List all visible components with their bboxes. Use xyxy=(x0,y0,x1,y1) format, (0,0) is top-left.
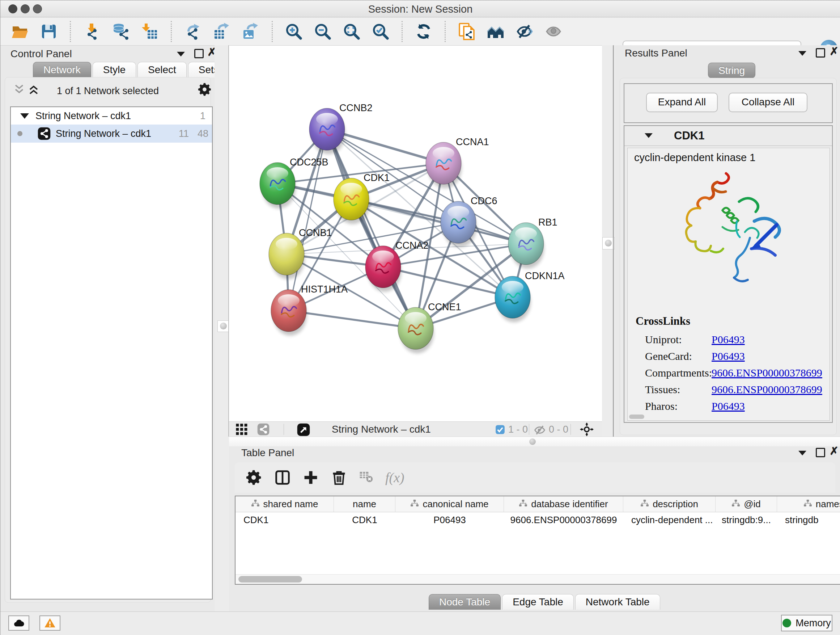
horizontal-splitter[interactable] xyxy=(229,437,840,447)
column-header-namespace[interactable]: namespace xyxy=(777,496,840,512)
collapse-all-button[interactable]: Collapse All xyxy=(729,93,807,112)
float-panel-icon[interactable] xyxy=(816,448,825,457)
save-session-icon[interactable] xyxy=(40,23,57,40)
node-CCNA1[interactable]: CCNA1 xyxy=(426,136,489,188)
protein-section-header[interactable]: CDK1 xyxy=(624,126,832,146)
network-row[interactable]: String Network – cdk1 11 48 xyxy=(11,125,212,143)
column-header--id[interactable]: @id xyxy=(715,496,777,512)
right-splitter[interactable] xyxy=(602,45,615,437)
cell-database-identifier: 9606.ENSP00000378699 xyxy=(504,512,623,527)
network-options-gear-icon[interactable] xyxy=(198,82,212,96)
warnings-button[interactable] xyxy=(39,616,60,631)
toolbar-separator xyxy=(272,21,273,42)
node-CDKN1A[interactable]: CDKN1A xyxy=(495,271,565,322)
table-hscrollbar[interactable] xyxy=(235,574,840,584)
home-icon[interactable] xyxy=(487,23,504,40)
tab-string[interactable]: String xyxy=(708,63,755,78)
column-header-database-identifier[interactable]: database identifier xyxy=(504,496,623,512)
zoom-in-icon[interactable] xyxy=(285,23,302,40)
export-image-icon[interactable] xyxy=(242,23,259,40)
float-panel-icon[interactable] xyxy=(194,49,204,58)
network-tab-content: 1 of 1 Network selected String Network –… xyxy=(5,77,211,603)
node-RB1[interactable]: RB1 xyxy=(508,217,557,269)
panel-menu-icon[interactable] xyxy=(177,52,185,57)
columns-icon[interactable] xyxy=(275,470,291,486)
left-splitter-handle[interactable] xyxy=(218,320,230,332)
collection-count: 1 xyxy=(200,107,205,125)
cloud-button[interactable] xyxy=(8,616,29,631)
collection-expand-icon[interactable] xyxy=(20,113,29,119)
close-panel-icon[interactable]: ✗ xyxy=(829,48,838,55)
expand-all-button[interactable]: Expand All xyxy=(646,93,718,112)
cell-description: cyclin-dependent ... xyxy=(623,512,715,527)
memory-button[interactable]: Memory xyxy=(781,615,832,631)
left-splitter[interactable] xyxy=(215,45,229,611)
node-CCNB2[interactable]: CCNB2 xyxy=(309,103,373,154)
float-panel-icon[interactable] xyxy=(816,48,825,57)
open-session-icon[interactable] xyxy=(11,23,28,40)
crosslink-link[interactable]: 9606.ENSP00000378699 xyxy=(712,364,822,381)
node-label: CCNE1 xyxy=(428,302,461,312)
open-in-new-window-icon[interactable] xyxy=(297,423,310,435)
zoom-fit-icon[interactable] xyxy=(343,23,360,40)
grid-view-icon[interactable] xyxy=(235,423,248,435)
collapse-section-icon[interactable] xyxy=(645,133,653,138)
hide-selected-icon[interactable] xyxy=(516,23,533,40)
horizontal-splitter-handle[interactable] xyxy=(529,439,536,445)
network-graph[interactable]: CCNB2CCNA1CDC25BCDK1CDC6RB1CCNB1CCNA2CDK… xyxy=(230,49,602,422)
crosslink-link[interactable]: P06493 xyxy=(712,398,745,415)
network-status-dot xyxy=(17,131,22,136)
delete-column-icon[interactable] xyxy=(331,470,347,486)
cloud-icon xyxy=(13,617,25,629)
string-network-icon xyxy=(38,127,51,140)
column-tree-icon xyxy=(640,499,649,510)
zoom-out-icon[interactable] xyxy=(314,23,332,40)
export-network-icon[interactable] xyxy=(184,23,202,40)
tab-edge-table[interactable]: Edge Table xyxy=(502,594,574,610)
status-bar: Memory xyxy=(0,611,840,635)
import-string-network-icon[interactable] xyxy=(458,23,475,40)
import-table-icon[interactable] xyxy=(141,23,158,40)
node-CCNB1[interactable]: CCNB1 xyxy=(269,227,332,279)
network-canvas[interactable]: CCNB2CCNA1CDC25BCDK1CDC6RB1CCNB1CCNA2CDK… xyxy=(229,45,602,421)
tab-node-table[interactable]: Node Table xyxy=(429,594,501,610)
crosslink-link[interactable]: P06493 xyxy=(712,331,745,348)
import-network-database-icon[interactable] xyxy=(112,23,129,40)
node-label: CCNB1 xyxy=(299,227,332,238)
memory-status-dot xyxy=(783,619,791,627)
import-network-file-icon[interactable] xyxy=(83,23,101,40)
birdseye-icon[interactable] xyxy=(580,423,594,435)
panel-menu-icon[interactable] xyxy=(798,451,806,455)
column-header-canonical-name[interactable]: canonical name xyxy=(395,496,504,512)
add-column-icon[interactable] xyxy=(303,470,319,486)
export-table-icon[interactable] xyxy=(213,23,231,40)
table-panel-title: Table Panel xyxy=(241,447,294,459)
close-panel-icon[interactable]: ✗ xyxy=(829,447,838,455)
column-header-name[interactable]: name xyxy=(334,496,395,512)
gear-icon[interactable] xyxy=(246,470,262,486)
crosslink-link[interactable]: 9606.ENSP00000378699 xyxy=(712,381,822,398)
zoom-selected-icon[interactable] xyxy=(372,23,389,40)
results-scrollbar[interactable] xyxy=(629,415,644,419)
table-hscrollbar-thumb[interactable] xyxy=(238,576,302,583)
crosslink-link[interactable]: P06493 xyxy=(712,348,745,364)
share-view-icon[interactable] xyxy=(257,423,270,435)
tab-select[interactable]: Select xyxy=(137,62,187,78)
function-builder-icon: f(x) xyxy=(385,470,404,486)
panel-menu-icon[interactable] xyxy=(798,51,806,56)
refresh-layout-icon[interactable] xyxy=(415,23,432,40)
column-header-description[interactable]: description xyxy=(623,496,715,512)
show-all-icon xyxy=(545,23,562,40)
selected-checkbox[interactable] xyxy=(495,424,505,437)
tab-network[interactable]: Network xyxy=(33,62,91,78)
network-collection-row[interactable]: String Network – cdk1 1 xyxy=(11,107,212,125)
tab-network-table[interactable]: Network Table xyxy=(575,594,660,610)
node-CDC6[interactable]: CDC6 xyxy=(441,195,497,247)
tab-style[interactable]: Style xyxy=(93,62,136,78)
node-label: HIST1H1A xyxy=(301,284,347,295)
node-table: shared namenamecanonical namedatabase id… xyxy=(235,496,840,585)
network-node-count: 11 xyxy=(179,125,189,143)
node-HIST1H1A[interactable]: HIST1H1A xyxy=(271,284,347,336)
control-panel: Control Panel ✗ NetworkStyleSelectSets 1… xyxy=(0,45,215,611)
column-header-shared-name[interactable]: shared name xyxy=(235,496,334,512)
